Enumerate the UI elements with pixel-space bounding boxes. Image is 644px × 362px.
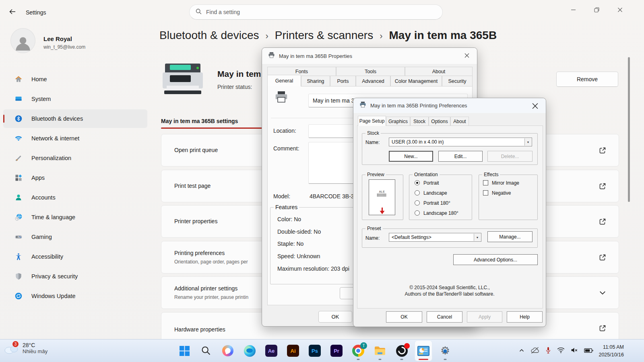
- radio-portrait[interactable]: [415, 180, 420, 185]
- tab-security[interactable]: Security: [442, 76, 473, 86]
- properties-dialog-titlebar[interactable]: May in tem ma 365B Properties: [262, 48, 477, 64]
- tab-stock[interactable]: Stock: [410, 117, 429, 126]
- dropdown-arrow-icon[interactable]: ▼: [474, 234, 481, 241]
- running-indicator: [357, 359, 360, 360]
- edge-button[interactable]: [241, 341, 258, 361]
- photoshop-button[interactable]: Ps: [306, 341, 323, 361]
- sidebar-item-accessibility[interactable]: Accessibility: [3, 247, 147, 266]
- sidebar-item-apps[interactable]: Apps: [3, 169, 147, 187]
- search-input[interactable]: [206, 9, 437, 15]
- preferences-ok-button[interactable]: OK: [386, 311, 422, 323]
- tab-advanced[interactable]: Advanced: [356, 76, 390, 86]
- tab-tools[interactable]: Tools: [336, 67, 405, 76]
- restore-button[interactable]: [588, 4, 605, 16]
- onedrive-paused-icon[interactable]: [530, 346, 540, 356]
- apps-icon: [14, 174, 23, 182]
- preferences-apply-button[interactable]: Apply: [467, 311, 502, 323]
- stock-name-dropdown[interactable]: USER (3.00 in x 4.00 in) ▼: [389, 138, 532, 146]
- sidebar-item-bluetooth-devices[interactable]: Bluetooth & devices: [3, 109, 147, 128]
- remove-printer-button[interactable]: Remove: [556, 72, 618, 87]
- advanced-options-button[interactable]: Advanced Options...: [453, 254, 538, 265]
- taskbar: 3 28°C Nhiều mây Ae Ai Ps Pr T: [0, 339, 644, 362]
- search-icon: [195, 8, 202, 16]
- properties-ok-button[interactable]: OK: [318, 311, 352, 323]
- dropdown-arrow-icon[interactable]: ▼: [524, 138, 531, 146]
- checkbox-mirror-image[interactable]: [483, 180, 488, 185]
- start-button[interactable]: [176, 341, 193, 361]
- preset-name-dropdown[interactable]: <Default Settings> ▼: [389, 233, 481, 242]
- radio-landscape[interactable]: [415, 190, 420, 195]
- sidebar-item-gaming[interactable]: Gaming: [3, 228, 147, 246]
- sidebar-item-label: Personalization: [31, 155, 71, 161]
- breadcrumb-printers-scanners[interactable]: Printers & scanners: [275, 29, 373, 42]
- weather-widget[interactable]: 3 28°C Nhiều mây: [3, 342, 47, 354]
- premiere-icon: Pr: [330, 345, 343, 357]
- selected-indicator: [3, 115, 4, 123]
- copilot-button[interactable]: [219, 341, 236, 361]
- minimize-button[interactable]: [564, 4, 582, 16]
- preferences-close-icon[interactable]: [529, 100, 541, 111]
- after-effects-button[interactable]: Ae: [263, 341, 280, 361]
- battery-icon[interactable]: [584, 348, 593, 355]
- search-box[interactable]: [189, 4, 443, 20]
- preferences-dialog-titlebar[interactable]: May in tem ma 365B Printing Preferences: [353, 98, 546, 113]
- notification-badge: 3: [12, 341, 19, 348]
- tray-chevron-up-icon[interactable]: [518, 347, 525, 355]
- obs-button[interactable]: [393, 341, 410, 361]
- radio-portrait-180[interactable]: [415, 200, 420, 206]
- stock-new-button[interactable]: New...: [389, 151, 433, 162]
- stock-name-value: USER (3.00 in x 4.00 in): [392, 139, 444, 145]
- close-button[interactable]: [611, 4, 629, 16]
- active-app-button[interactable]: [415, 341, 432, 361]
- preset-manage-button[interactable]: Manage...: [487, 231, 533, 242]
- radio-landscape-180[interactable]: [415, 210, 420, 216]
- sidebar-item-accounts[interactable]: Accounts: [3, 188, 147, 207]
- sidebar-item-network-internet[interactable]: Network & internet: [3, 129, 147, 148]
- properties-close-icon[interactable]: [461, 50, 473, 61]
- feed-direction-arrow-icon: [380, 208, 385, 216]
- tab-fonts[interactable]: Fonts: [267, 67, 336, 76]
- tab-ports[interactable]: Ports: [330, 76, 356, 86]
- sidebar-item-label: Time & language: [31, 214, 75, 220]
- vertical-scrollbar[interactable]: [628, 57, 630, 202]
- volume-muted-icon[interactable]: [570, 347, 579, 355]
- microphone-icon[interactable]: [545, 346, 551, 356]
- stock-edit-button[interactable]: Edit...: [438, 151, 483, 162]
- tab-label: Stock: [413, 119, 425, 124]
- breadcrumb-bluetooth-devices[interactable]: Bluetooth & devices: [159, 29, 259, 42]
- preset-name-label: Name:: [365, 235, 380, 241]
- tab-about[interactable]: About: [450, 117, 469, 126]
- sidebar-item-system[interactable]: System: [3, 90, 147, 108]
- illustrator-icon: Ai: [287, 345, 299, 357]
- tab-about[interactable]: About: [405, 67, 473, 76]
- tab-page-setup[interactable]: Page Setup: [358, 116, 386, 126]
- clock[interactable]: 11:05 AM 2025/10/16: [599, 343, 624, 358]
- tab-label: Page Setup: [359, 118, 385, 124]
- sidebar-item-windows-update[interactable]: Windows Update: [3, 287, 147, 305]
- tab-general[interactable]: General: [267, 75, 301, 86]
- comment-label: Comment:: [273, 145, 299, 152]
- taskbar-search-button[interactable]: [198, 341, 215, 361]
- illustrator-button[interactable]: Ai: [285, 341, 301, 361]
- person-icon: [13, 33, 33, 53]
- chevron-down-icon[interactable]: [599, 289, 607, 297]
- preferences-help-button[interactable]: Help: [507, 311, 543, 323]
- back-button[interactable]: [6, 6, 19, 19]
- tab-sharing[interactable]: Sharing: [301, 76, 330, 86]
- stock-delete-button[interactable]: Delete...: [487, 151, 533, 162]
- premiere-button[interactable]: Pr: [328, 341, 345, 361]
- avatar[interactable]: [10, 28, 35, 53]
- settings-gear-button[interactable]: ⚙: [437, 341, 454, 361]
- tab-graphics[interactable]: Graphics: [386, 117, 410, 126]
- tab-color-management[interactable]: Color Management: [390, 76, 442, 86]
- checkbox-negative[interactable]: [483, 190, 488, 195]
- sidebar-item-time-language[interactable]: Time & language: [3, 208, 147, 226]
- chrome-button[interactable]: T: [350, 341, 367, 361]
- sidebar-item-personalization[interactable]: Personalization: [3, 149, 147, 167]
- tab-options[interactable]: Options: [429, 117, 450, 126]
- sidebar-item-home[interactable]: Home: [3, 70, 147, 88]
- wifi-icon[interactable]: [557, 347, 565, 355]
- sidebar-item-privacy-security[interactable]: Privacy & security: [3, 267, 147, 286]
- file-explorer-button[interactable]: [372, 341, 388, 361]
- preferences-cancel-button[interactable]: Cancel: [427, 311, 462, 323]
